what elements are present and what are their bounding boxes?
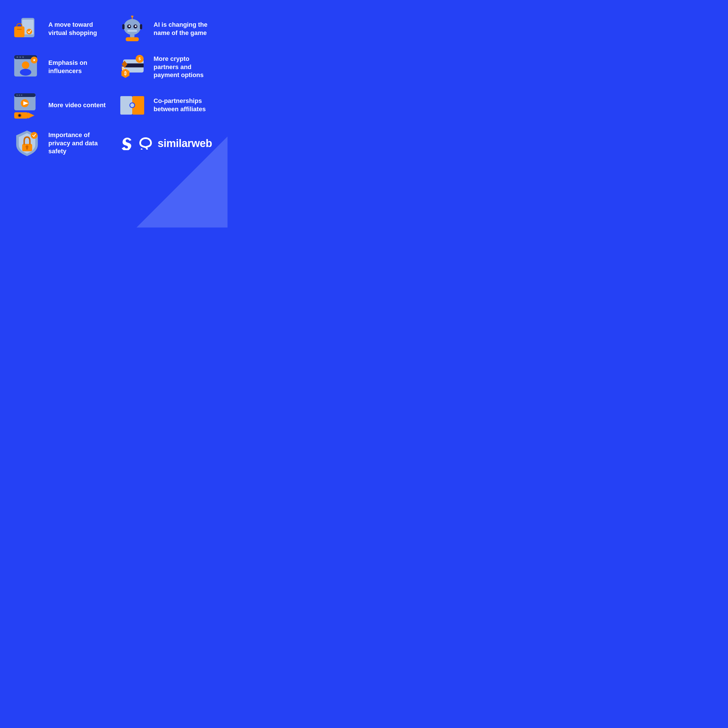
bottom-row: Importance of privacy and data safety si… bbox=[11, 126, 216, 161]
item-video: More video content bbox=[11, 87, 111, 123]
svg-text:★: ★ bbox=[32, 58, 36, 62]
svg-rect-13 bbox=[122, 24, 125, 29]
svg-point-50 bbox=[130, 103, 134, 107]
privacy-text: Importance of privacy and data safety bbox=[48, 131, 111, 156]
influencer-icon: ★ bbox=[11, 53, 43, 81]
svg-point-54 bbox=[31, 132, 38, 139]
item-influencers: ★ Emphasis on influencers bbox=[11, 49, 111, 85]
svg-point-7 bbox=[124, 19, 141, 35]
svg-point-11 bbox=[135, 25, 136, 27]
influencers-text: Emphasis on influencers bbox=[48, 59, 111, 75]
svg-rect-14 bbox=[140, 24, 142, 29]
svg-point-23 bbox=[20, 69, 31, 76]
shopping-icon bbox=[11, 15, 43, 43]
svg-point-10 bbox=[128, 25, 130, 27]
video-icon bbox=[11, 91, 43, 119]
crypto-text: More crypto partners and payment options bbox=[154, 55, 216, 80]
svg-point-45 bbox=[18, 114, 21, 116]
svg-text:₿: ₿ bbox=[124, 71, 127, 76]
privacy-icon bbox=[11, 129, 43, 158]
svg-rect-15 bbox=[130, 34, 135, 37]
svg-point-19 bbox=[17, 56, 18, 58]
svg-rect-12 bbox=[127, 30, 137, 32]
svg-point-21 bbox=[22, 56, 24, 58]
puzzle-icon bbox=[116, 91, 148, 119]
item-crypto: $ ₿ ₿ More crypto partners and payment o… bbox=[116, 49, 216, 85]
crypto-icon: $ ₿ ₿ bbox=[116, 53, 148, 81]
svg-point-4 bbox=[26, 29, 32, 34]
svg-marker-43 bbox=[28, 112, 34, 119]
svg-point-37 bbox=[17, 95, 18, 96]
svg-rect-2 bbox=[14, 26, 24, 37]
robot-icon bbox=[116, 15, 148, 43]
content-grid: A move toward virtual shopping bbox=[11, 11, 216, 161]
item-virtual-shopping: A move toward virtual shopping bbox=[11, 11, 111, 47]
item-copartnership: Co-partnerships between affiliates bbox=[116, 87, 216, 123]
svg-point-6 bbox=[131, 16, 133, 17]
svg-text:$: $ bbox=[139, 57, 141, 61]
ai-game-text: AI is changing the name of the game bbox=[154, 21, 216, 37]
svg-point-20 bbox=[19, 56, 21, 58]
privacy-item: Importance of privacy and data safety bbox=[11, 129, 111, 158]
svg-rect-16 bbox=[126, 37, 139, 41]
svg-rect-53 bbox=[26, 147, 28, 150]
svg-point-39 bbox=[21, 95, 23, 96]
logo-text: similarweb bbox=[158, 138, 212, 150]
item-ai-game: AI is changing the name of the game bbox=[116, 11, 216, 47]
similarweb-logo: similarweb bbox=[116, 136, 216, 150]
video-text: More video content bbox=[48, 101, 106, 110]
copartnership-text: Co-partnerships between affiliates bbox=[154, 97, 216, 113]
svg-point-38 bbox=[19, 95, 20, 96]
page: A move toward virtual shopping bbox=[0, 0, 228, 228]
svg-point-22 bbox=[22, 61, 29, 69]
virtual-shopping-text: A move toward virtual shopping bbox=[48, 21, 111, 37]
